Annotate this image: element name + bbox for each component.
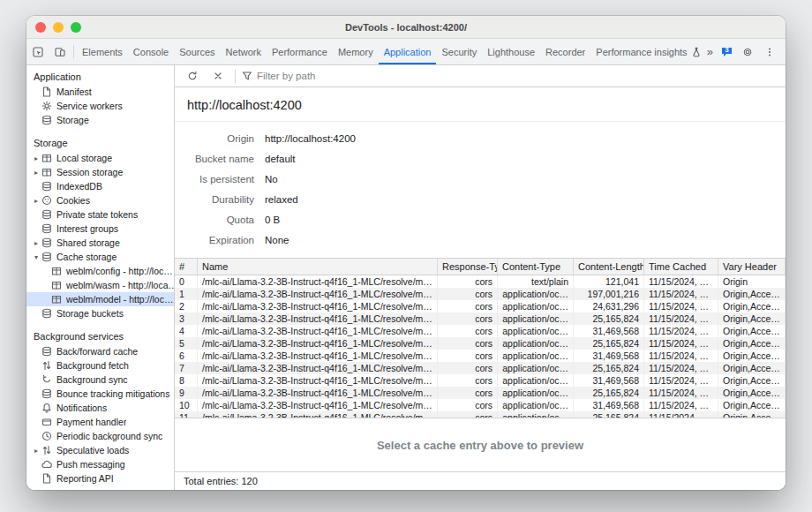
tab-network[interactable]: Network <box>221 39 267 64</box>
sidebar-item-local-storage[interactable]: ▸Local storage <box>26 151 174 165</box>
metadata-row-quota: Quota0 B <box>187 209 773 230</box>
cell-: 1 <box>175 288 198 300</box>
sidebar-item-background-sync[interactable]: Background sync <box>26 373 174 387</box>
cell-content-length: 25,165,824 <box>574 337 644 350</box>
expand-arrow-icon[interactable]: ▸ <box>32 447 41 455</box>
cache-entry-row[interactable]: 5/mlc-ai/Llama-3.2-3B-Instruct-q4f16_1-M… <box>175 337 786 350</box>
column-header-time-cached[interactable]: Time Cached <box>644 259 718 275</box>
column-header-content-type[interactable]: Content-Type <box>498 259 574 275</box>
bell-icon <box>41 403 52 413</box>
cell-: 2 <box>175 300 198 312</box>
sidebar-item-label: IndexedDB <box>56 181 102 192</box>
column-header-name[interactable]: Name <box>198 259 438 275</box>
cell-: 0 <box>175 275 198 288</box>
sidebar-item-back-forward-cache[interactable]: Back/forward cache <box>26 344 174 358</box>
sidebar-item-speculative-loads[interactable]: ▸Speculative loads <box>26 443 174 457</box>
tab-performance[interactable]: Performance <box>267 39 333 64</box>
sidebar-item-weblm-config-http-loc[interactable]: weblm/config - http://loc… <box>26 264 174 278</box>
sidebar-item-reporting-api[interactable]: Reporting API <box>26 471 174 486</box>
cell-content-type: application/oc… <box>498 362 574 374</box>
sidebar-item-storage[interactable]: Storage <box>26 113 174 127</box>
cell-time-cached: 11/15/2024, 10… <box>644 411 718 418</box>
tab-memory[interactable]: Memory <box>333 39 379 64</box>
tab-recorder[interactable]: Recorder <box>540 39 590 64</box>
metadata-label: Quota <box>187 215 254 225</box>
sidebar-item-service-workers[interactable]: Service workers <box>26 99 174 113</box>
sidebar-item-weblm-wasm-http-loca[interactable]: weblm/wasm - http://loca… <box>26 278 174 292</box>
expand-arrow-icon[interactable]: ▸ <box>32 197 41 205</box>
cell-content-length: 31,469,568 <box>574 350 644 362</box>
console-messages-badge[interactable]: 3 <box>718 47 736 57</box>
filter-by-path-input[interactable]: Filter by path <box>242 71 315 81</box>
sidebar-item-session-storage[interactable]: ▸Session storage <box>26 165 174 179</box>
expand-arrow-icon[interactable]: ▸ <box>32 169 41 177</box>
column-header-content-length[interactable]: Content-Length <box>574 259 644 275</box>
tab-console[interactable]: Console <box>128 39 174 64</box>
cache-entry-row[interactable]: 9/mlc-ai/Llama-3.2-3B-Instruct-q4f16_1-M… <box>175 387 786 399</box>
inspect-button[interactable] <box>26 39 49 64</box>
cache-entry-row[interactable]: 7/mlc-ai/Llama-3.2-3B-Instruct-q4f16_1-M… <box>175 362 786 374</box>
sidebar-item-interest-groups[interactable]: Interest groups <box>26 222 174 236</box>
cache-entry-row[interactable]: 3/mlc-ai/Llama-3.2-3B-Instruct-q4f16_1-M… <box>175 312 786 325</box>
tab-strip: ElementsConsoleSourcesNetworkPerformance… <box>77 39 703 64</box>
cache-entry-row[interactable]: 4/mlc-ai/Llama-3.2-3B-Instruct-q4f16_1-M… <box>175 325 786 337</box>
tab-lighthouse[interactable]: Lighthouse <box>482 39 540 64</box>
cell-: 9 <box>175 387 198 399</box>
sidebar-item-background-fetch[interactable]: Background fetch <box>26 358 174 373</box>
sidebar-item-payment-handler[interactable]: Payment handler <box>26 415 174 429</box>
expand-arrow-icon[interactable]: ▸ <box>32 154 41 162</box>
sidebar-item-label: weblm/model - http://loc… <box>66 294 173 305</box>
tab-performance-insights[interactable]: Performance insights <box>590 39 702 64</box>
cell-time-cached: 11/15/2024, 10… <box>644 350 718 362</box>
sidebar-item-periodic-background-sync[interactable]: Periodic background sync <box>26 429 174 443</box>
clear-button[interactable] <box>207 71 229 81</box>
more-tabs-icon[interactable]: » <box>703 45 718 58</box>
cache-entry-row[interactable]: 8/mlc-ai/Llama-3.2-3B-Instruct-q4f16_1-M… <box>175 374 786 387</box>
column-header-response-type[interactable]: Response-Type <box>438 259 498 275</box>
sidebar-item-cache-storage[interactable]: ▾Cache storage <box>26 250 174 264</box>
sidebar-item-cookies[interactable]: ▸Cookies <box>26 193 174 207</box>
collapse-arrow-icon[interactable]: ▾ <box>32 253 41 261</box>
cache-entry-row[interactable]: 0/mlc-ai/Llama-3.2-3B-Instruct-q4f16_1-M… <box>175 275 786 288</box>
filter-funnel-icon <box>242 71 252 81</box>
cell-content-type: application/oc… <box>498 300 574 312</box>
close-window-button[interactable] <box>35 22 46 33</box>
refresh-button[interactable] <box>181 71 203 81</box>
device-toolbar-button[interactable] <box>49 39 71 64</box>
cache-entry-row[interactable]: 11/mlc-ai/Llama-3.2-3B-Instruct-q4f16_1-… <box>175 411 786 418</box>
cache-entry-row[interactable]: 1/mlc-ai/Llama-3.2-3B-Instruct-q4f16_1-M… <box>175 288 786 300</box>
tab-label: Memory <box>338 47 373 57</box>
cache-entry-row[interactable]: 10/mlc-ai/Llama-3.2-3B-Instruct-q4f16_1-… <box>175 399 786 411</box>
sidebar-item-shared-storage[interactable]: ▸Shared storage <box>26 236 174 250</box>
expand-arrow-icon[interactable]: ▸ <box>32 239 41 247</box>
tab-elements[interactable]: Elements <box>77 39 128 64</box>
sidebar-item-label: Cache storage <box>56 252 117 262</box>
sidebar-item-weblm-model-http-loc[interactable]: weblm/model - http://loc… <box>26 292 174 306</box>
zoom-window-button[interactable] <box>71 22 81 33</box>
cell-content-type: application/oc… <box>498 325 574 337</box>
sidebar-item-storage-buckets[interactable]: Storage buckets <box>26 306 174 320</box>
database-icon <box>41 181 52 192</box>
metadata-row-origin: Originhttp://localhost:4200 <box>187 128 773 148</box>
clock-icon <box>41 431 52 441</box>
tab-sources[interactable]: Sources <box>174 39 220 64</box>
cache-entry-row[interactable]: 2/mlc-ai/Llama-3.2-3B-Instruct-q4f16_1-M… <box>175 300 786 312</box>
cache-entry-row[interactable]: 6/mlc-ai/Llama-3.2-3B-Instruct-q4f16_1-M… <box>175 350 786 362</box>
sidebar-item-bounce-tracking-mitigations[interactable]: Bounce tracking mitigations <box>26 387 174 401</box>
column-header-vary-header[interactable]: Vary Header <box>718 259 786 275</box>
minimize-window-button[interactable] <box>53 22 64 33</box>
tab-application[interactable]: Application <box>379 39 437 64</box>
sidebar-item-manifest[interactable]: Manifest <box>26 85 174 99</box>
sidebar-item-notifications[interactable]: Notifications <box>26 401 174 415</box>
kebab-menu-button[interactable] <box>758 47 780 57</box>
sidebar-item-label: Private state tokens <box>56 209 138 220</box>
sidebar-item-indexeddb[interactable]: IndexedDB <box>26 179 174 193</box>
sidebar-section-storage: Storage▸Local storage▸Session storageInd… <box>26 135 174 320</box>
column-header-[interactable]: # <box>175 259 198 275</box>
cell-content-type: application/oc… <box>498 411 574 418</box>
sidebar-item-push-messaging[interactable]: Push messaging <box>26 457 174 471</box>
sidebar-item-private-state-tokens[interactable]: Private state tokens <box>26 207 174 222</box>
tab-security[interactable]: Security <box>436 39 482 64</box>
settings-gear-button[interactable] <box>736 47 758 57</box>
cookie-icon <box>41 195 52 206</box>
